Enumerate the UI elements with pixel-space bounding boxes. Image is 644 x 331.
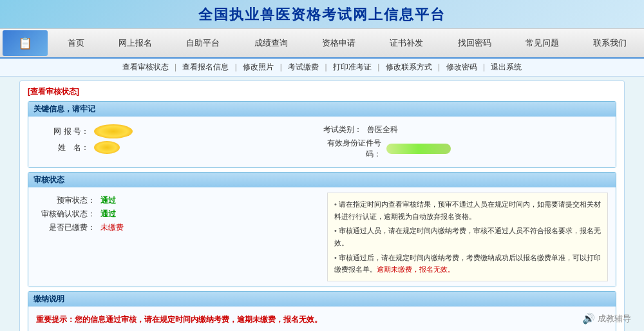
pre-status-row: 预审状态： 通过: [36, 195, 322, 206]
note-warn: 逾期未缴费，报名无效。: [377, 265, 455, 273]
confirm-status-value: 通过: [100, 209, 116, 220]
subnav-logout[interactable]: 退出系统: [491, 62, 522, 71]
pre-status-label: 预审状态：: [36, 195, 100, 206]
nav-faq[interactable]: 常见问题: [516, 31, 568, 55]
nav-contact[interactable]: 联系我们: [584, 31, 636, 55]
note-3: 审核通过后，请在规定时间内缴纳考费，考费缴纳成功后以报名缴费单准，可以打印缴费报…: [334, 251, 601, 277]
panel-payment-body: 重要提示：您的信息通过审核，请在规定时间内缴纳考费，逾期未缴费，报名无效。 缴纳…: [28, 307, 616, 331]
subnav-contact-info[interactable]: 修改联系方式: [386, 62, 432, 71]
key-info-right: 考试类别： 兽医全科 有效身份证件号码：: [322, 122, 608, 162]
key-info-left: 网 报 号： 姓 名：: [36, 122, 322, 162]
main-content: [查看审核状态] 关键信息，请牢记 网 报 号： 姓 名：: [19, 80, 625, 331]
review-notes: 请在指定时间内查看审核结果，预审不通过人员在规定时间内，如需要请提交相关材料进行…: [327, 193, 608, 281]
id-card-label: 有效身份证件号码：: [322, 138, 386, 160]
nav-items: 首页 网上报名 自助平台 成绩查询 资格申请 证书补发 找回密码 常见问题 联系…: [50, 31, 644, 55]
paid-value: 未缴费: [100, 222, 124, 233]
watermark-text: 成教辅导: [598, 313, 631, 325]
subnav-payment[interactable]: 考试缴费: [288, 62, 319, 71]
pre-status-value: 通过: [100, 195, 116, 206]
name-value-blurred: [94, 141, 120, 154]
name-row: 姓 名：: [36, 141, 322, 154]
reg-number-value-blurred: [94, 124, 133, 138]
id-card-value-blurred: [386, 144, 451, 154]
paid-label: 是否已缴费：: [36, 222, 100, 233]
paid-row: 是否已缴费： 未缴费: [36, 222, 322, 233]
review-right: 请在指定时间内查看审核结果，预审不通过人员在规定时间内，如需要请提交相关材料进行…: [322, 193, 608, 281]
nav-register[interactable]: 网上报名: [109, 31, 161, 55]
panel-review-header: 审核状态: [28, 173, 616, 187]
panel-payment: 缴纳说明 重要提示：您的信息通过审核，请在规定时间内缴纳考费，逾期未缴费，报名无…: [28, 291, 616, 331]
panel-payment-header: 缴纳说明: [28, 292, 616, 307]
section-link[interactable]: [查看审核状态]: [28, 87, 79, 96]
subnav-admission[interactable]: 打印准考证: [333, 62, 372, 71]
exam-type-label: 考试类别：: [322, 124, 367, 135]
reg-number-label: 网 报 号：: [36, 126, 94, 137]
panel-review-body: 预审状态： 通过 审核确认状态： 通过 是否已缴费： 未缴费 请在指定时间内查看…: [28, 187, 616, 287]
id-card-row: 有效身份证件号码：: [322, 138, 608, 160]
note-1: 请在指定时间内查看审核结果，预审不通过人员在规定时间内，如需要请提交相关材料进行…: [334, 197, 601, 223]
subnav-photo[interactable]: 修改照片: [243, 62, 274, 71]
confirm-status-label: 审核确认状态：: [36, 209, 100, 220]
nav-qualification[interactable]: 资格申请: [313, 31, 365, 55]
nav-logo: 📋: [3, 30, 48, 56]
subnav-reg-info[interactable]: 查看报名信息: [182, 62, 229, 71]
nav-certificate[interactable]: 证书补发: [381, 31, 432, 55]
watermark: 🔊 成教辅导: [582, 312, 631, 325]
payment-alert: 重要提示：您的信息通过审核，请在规定时间内缴纳考费，逾期未缴费，报名无效。: [36, 312, 608, 328]
key-info-columns: 网 报 号： 姓 名： 考试类别： 兽医全科 有效身份证件号码：: [36, 122, 608, 162]
sub-nav: 查看审核状态 | 查看报名信息 | 修改照片 | 考试缴费 | 打印准考证 | …: [0, 59, 644, 77]
site-title: 全国执业兽医资格考试网上信息平台: [0, 5, 644, 24]
panel-key-info-header: 关键信息，请牢记: [28, 102, 616, 117]
subnav-change-password[interactable]: 修改密码: [446, 62, 477, 71]
confirm-status-row: 审核确认状态： 通过: [36, 209, 322, 220]
watermark-icon: 🔊: [582, 312, 595, 325]
nav-logo-icon: 📋: [18, 36, 32, 50]
name-label: 姓 名：: [36, 142, 94, 153]
exam-type-value: 兽医全科: [367, 124, 398, 135]
subnav-review-status[interactable]: 查看审核状态: [122, 62, 169, 71]
site-header: 全国执业兽医资格考试网上信息平台: [0, 0, 644, 28]
review-left: 预审状态： 通过 审核确认状态： 通过 是否已缴费： 未缴费: [36, 193, 322, 281]
panel-review: 审核状态 预审状态： 通过 审核确认状态： 通过 是否已缴费： 未缴费: [28, 172, 616, 287]
nav-home[interactable]: 首页: [59, 31, 93, 55]
note-2: 审核通过人员，请在规定时间内缴纳考费，审核不通过人员不符合报名要求，报名无效。: [334, 223, 601, 250]
reg-number-row: 网 报 号：: [36, 124, 322, 138]
panel-key-info: 关键信息，请牢记 网 报 号： 姓 名： 考试类别： 兽医全科: [28, 101, 616, 168]
nav-score[interactable]: 成绩查询: [245, 31, 297, 55]
panel-key-info-body: 网 报 号： 姓 名： 考试类别： 兽医全科 有效身份证件号码：: [28, 117, 616, 167]
nav-self-service[interactable]: 自助平台: [177, 31, 229, 55]
exam-type-row: 考试类别： 兽医全科: [322, 124, 608, 135]
nav-bar: 📋 首页 网上报名 自助平台 成绩查询 资格申请 证书补发 找回密码 常见问题 …: [0, 28, 644, 59]
nav-password[interactable]: 找回密码: [449, 31, 500, 55]
review-layout: 预审状态： 通过 审核确认状态： 通过 是否已缴费： 未缴费 请在指定时间内查看…: [36, 193, 608, 281]
